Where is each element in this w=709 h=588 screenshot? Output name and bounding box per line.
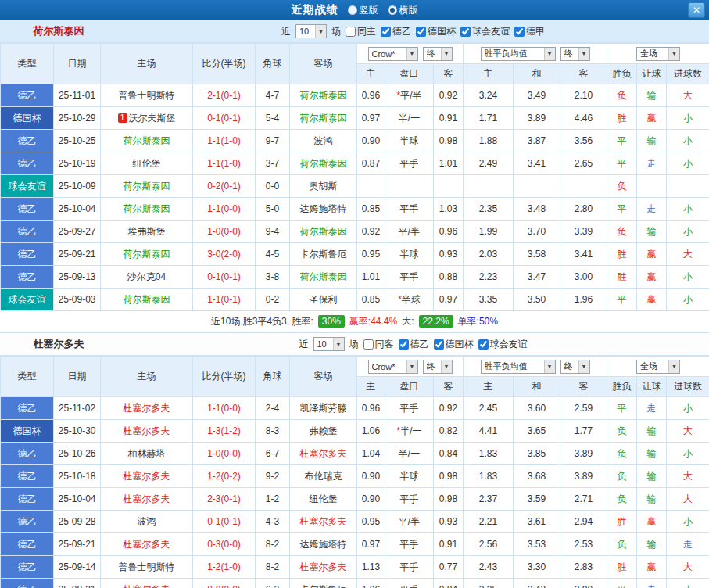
match-type-cell: 德乙 (1, 511, 54, 533)
league-checkbox-1[interactable]: 德国杯 (434, 338, 474, 351)
fulltime-select[interactable]: 全场▼ (636, 360, 680, 374)
home-team-cell-name: 杜塞尔多夫 (124, 584, 170, 588)
result-goals: 小 (667, 443, 709, 465)
handicap-home-odds: 0.85 (357, 198, 385, 220)
avg-draw-odds: 3.30 (514, 556, 560, 579)
result-goals: 小 (667, 579, 709, 588)
bookmaker-select[interactable]: Crow*▼ (368, 360, 418, 374)
corners-cell: 6-2 (256, 579, 290, 588)
bookmaker-controls: Crow*▼终▼ (357, 44, 464, 64)
league-checkbox-0-input[interactable] (381, 27, 391, 37)
home-team-cell-name: 荷尔斯泰因 (124, 203, 170, 214)
home-team-cell: 荷尔斯泰因 (101, 175, 193, 198)
handicap-home-odds: 0.87 (357, 152, 385, 175)
same-venue-checkbox[interactable]: 同客 (363, 338, 394, 351)
league-checkbox-2-input[interactable] (478, 339, 489, 350)
league-checkbox-2-label: 球会友谊 (490, 338, 528, 351)
handicap-line-cell (385, 175, 434, 198)
league-checkbox-2-input[interactable] (460, 27, 471, 37)
rank-badge: 1 (118, 113, 127, 123)
handicap-home-odds: 0.90 (357, 130, 385, 152)
league-checkbox-3-input[interactable] (514, 27, 525, 37)
home-team-cell: 杜塞尔多夫 (101, 533, 193, 556)
chevron-down-icon: ▼ (578, 360, 589, 373)
same-venue-checkbox[interactable]: 同主 (346, 25, 376, 38)
avg-away-odds: 2.53 (560, 533, 607, 556)
match-row: 德国杯25-10-291沃尔夫斯堡0-1(0-1)5-4荷尔斯泰因0.97半/一… (1, 107, 709, 130)
avg-home-odds: 2.37 (464, 488, 514, 511)
layout-option-vertical[interactable]: 竖版 (348, 4, 378, 17)
league-checkbox-1[interactable]: 德国杯 (416, 25, 456, 38)
handicap-home-odds: 0.85 (357, 289, 385, 311)
match-count-select[interactable]: 10▼ (295, 24, 327, 38)
close-button[interactable]: ✕ (688, 2, 705, 18)
same-venue-checkbox-input[interactable] (363, 339, 374, 350)
avg-home-odds: 2.23 (464, 266, 514, 289)
result-goals: 大 (667, 420, 709, 443)
final-avg-select[interactable]: 终▼ (560, 360, 590, 374)
final-odds-select-value: 终 (427, 360, 435, 372)
handicap-home-odds: 0.96 (357, 84, 385, 107)
avg-draw-odds: 3.50 (514, 289, 560, 311)
away-team-cell: 布伦瑞克 (290, 465, 357, 488)
profit-rate: 赢率:44.4% (349, 315, 397, 328)
score-cell: 1-1(0-1) (193, 289, 256, 311)
radio-icon-vertical[interactable] (348, 5, 357, 15)
handicap-line-cell: 半球 (385, 243, 434, 266)
result-goals: 小 (667, 152, 709, 175)
league-checkbox-2[interactable]: 球会友谊 (478, 338, 528, 351)
sub-header-6: 胜负 (607, 64, 637, 84)
sub-header-1: 盘口 (385, 377, 434, 397)
initial-line-star: * (396, 425, 400, 436)
away-team-cell-name: 布伦瑞克 (305, 471, 342, 482)
score-cell: 0-2(0-1) (193, 175, 256, 198)
same-venue-checkbox-input[interactable] (346, 27, 356, 37)
avg-home-odds: 2.45 (464, 397, 514, 420)
result-goals: 大 (667, 243, 709, 266)
sub-header-8: 进球数 (667, 377, 709, 397)
league-checkbox-2[interactable]: 球会友谊 (460, 25, 510, 38)
handicap-away-odds: 0.93 (434, 243, 464, 266)
avg-away-odds: 2.10 (560, 84, 607, 107)
column-header-3: 比分(半场) (193, 44, 256, 84)
column-header-5: 客场 (290, 44, 357, 84)
corners-cell: 2-4 (256, 397, 290, 420)
handicap-away-odds: 0.91 (434, 107, 464, 130)
match-row: 德乙25-10-25荷尔斯泰因1-1(1-0)9-7波鸿0.90半球0.981.… (1, 130, 709, 152)
sub-header-5: 客 (560, 377, 607, 397)
date-cell: 25-11-01 (54, 84, 101, 107)
home-team-cell-name: 埃弗斯堡 (128, 226, 166, 237)
bookmaker-select[interactable]: Crow*▼ (368, 47, 418, 61)
league-checkbox-0[interactable]: 德乙 (399, 338, 429, 351)
final-odds-select[interactable]: 终▼ (423, 47, 453, 61)
layout-option-horizontal[interactable]: 横版 (388, 4, 418, 17)
corners-cell: 1-2 (256, 488, 290, 511)
radio-icon-horizontal[interactable] (388, 5, 397, 15)
fulltime-select[interactable]: 全场▼ (636, 47, 680, 61)
handicap-away-odds: 0.93 (434, 511, 464, 533)
match-count-select[interactable]: 10▼ (313, 337, 345, 351)
match-type-cell: 德乙 (1, 84, 54, 107)
league-checkbox-3[interactable]: 德甲 (514, 25, 545, 38)
final-odds-select[interactable]: 终▼ (423, 360, 453, 374)
date-cell: 25-10-09 (54, 175, 101, 198)
avg-odds-select[interactable]: 胜平负均值▼ (481, 47, 556, 61)
away-team-cell: 荷尔斯泰因 (290, 152, 357, 175)
home-team-cell-name: 杜塞尔多夫 (124, 493, 170, 504)
column-header-2: 主场 (101, 44, 193, 84)
away-team-cell: 达姆施塔特 (290, 198, 357, 220)
handicap-line-cell: *半球 (385, 289, 434, 311)
league-checkbox-1-label: 德国杯 (428, 25, 456, 38)
team-filter-bar: 杜塞尔多夫近10▼场同客德乙德国杯球会友谊 (0, 332, 709, 356)
match-type-cell: 德国杯 (1, 107, 54, 130)
final-avg-select[interactable]: 终▼ (560, 47, 590, 61)
result-outcome: 负 (607, 175, 637, 198)
chevron-down-icon: ▼ (441, 48, 452, 60)
league-checkbox-0-input[interactable] (399, 339, 409, 350)
league-checkbox-1-input[interactable] (434, 339, 444, 350)
league-checkbox-1-input[interactable] (416, 27, 426, 37)
result-outcome: 平 (607, 289, 637, 311)
avg-odds-select[interactable]: 胜平负均值▼ (481, 360, 556, 374)
result-goals: 大 (667, 556, 709, 579)
league-checkbox-0[interactable]: 德乙 (381, 25, 411, 38)
